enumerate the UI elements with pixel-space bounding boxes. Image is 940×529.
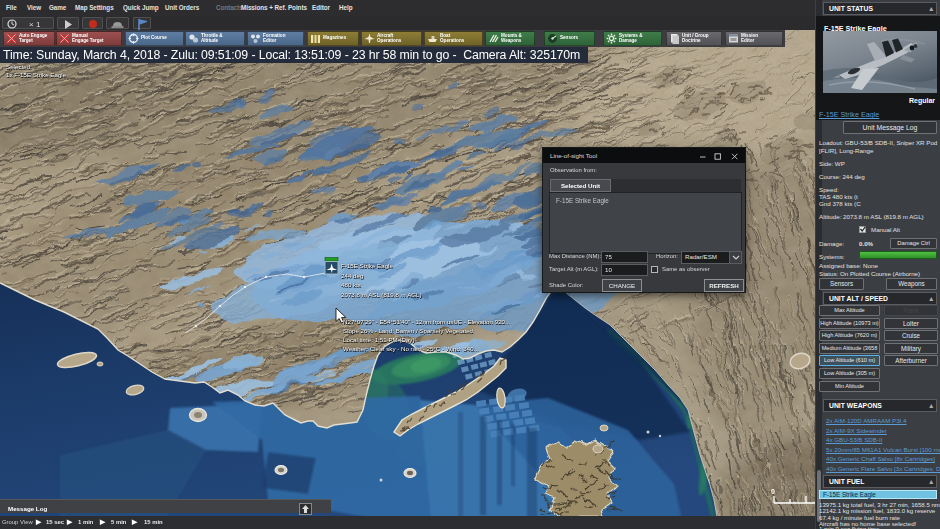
svg-text:0: 0 xyxy=(771,488,775,495)
